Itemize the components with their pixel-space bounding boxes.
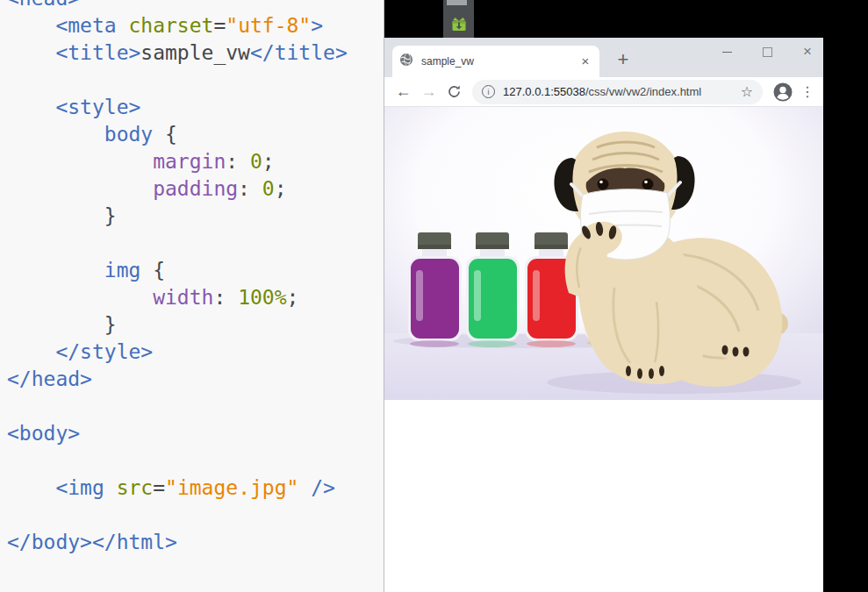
background-window-strip <box>443 0 474 38</box>
code-line: body { <box>7 121 348 148</box>
url-host: 127.0.0.1:55038 <box>503 85 585 98</box>
maximize-button[interactable] <box>758 43 776 61</box>
code-line: </style> <box>7 339 348 366</box>
gift-icon-graphic <box>450 15 468 32</box>
back-button[interactable]: ← <box>391 82 415 101</box>
bookmark-star-icon[interactable]: ☆ <box>741 83 753 100</box>
code-line: width: 100%; <box>7 284 348 311</box>
page-viewport <box>384 107 823 592</box>
gift-icon[interactable] <box>450 15 468 32</box>
tab-sample-vw[interactable]: sample_vw × <box>392 46 599 77</box>
code-lines: <head> <meta charset="utf-8"> <title>sam… <box>7 0 348 556</box>
code-line <box>7 502 348 529</box>
browser-window: sample_vw × + × ← → i 127.0.0.1:55038/c <box>384 38 823 592</box>
code-line: </body></html> <box>7 529 348 556</box>
window-close-button[interactable]: × <box>799 43 816 61</box>
code-line: </head> <box>7 366 348 393</box>
code-line: img { <box>7 257 348 284</box>
code-line <box>7 230 348 257</box>
code-line: } <box>7 203 348 230</box>
code-line: margin: 0; <box>7 148 348 175</box>
screen: <head> <meta charset="utf-8"> <title>sam… <box>0 0 868 592</box>
code-line: <head> <box>7 0 348 12</box>
code-line: padding: 0; <box>7 175 348 203</box>
tab-close-button[interactable]: × <box>578 54 592 68</box>
url-path: /css/vw/vw2/index.html <box>585 85 701 98</box>
address-bar[interactable]: i 127.0.0.1:55038/css/vw/vw2/index.html … <box>472 80 763 104</box>
code-line <box>7 393 348 420</box>
tab-strip: sample_vw × + × <box>384 38 823 77</box>
menu-kebab-icon[interactable]: ⋮ <box>799 83 816 100</box>
site-info-icon[interactable]: i <box>482 85 495 98</box>
code-line: <meta charset="utf-8"> <box>7 12 348 39</box>
minimize-button[interactable] <box>718 43 735 61</box>
forward-button[interactable]: → <box>417 82 441 101</box>
pug-photo <box>384 107 823 400</box>
profile-avatar-icon[interactable] <box>772 82 793 103</box>
code-line: <body> <box>7 420 348 447</box>
strip-handle <box>447 0 467 5</box>
globe-favicon-icon <box>399 53 413 70</box>
code-line: <img src="image.jpg" /> <box>7 474 348 502</box>
code-line <box>7 447 348 474</box>
code-editor[interactable]: <head> <meta charset="utf-8"> <title>sam… <box>0 0 384 592</box>
window-controls: × <box>718 41 816 62</box>
new-tab-button[interactable]: + <box>611 48 635 73</box>
code-line <box>7 67 348 94</box>
url-text: 127.0.0.1:55038/css/vw/vw2/index.html <box>503 85 701 98</box>
reload-button[interactable] <box>442 84 466 99</box>
tab-title: sample_vw <box>421 55 570 68</box>
code-line: } <box>7 311 348 339</box>
browser-toolbar: ← → i 127.0.0.1:55038/css/vw/vw2/index.h… <box>384 77 823 107</box>
code-line: <style> <box>7 94 348 121</box>
code-line: <title>sample_vw</title> <box>7 39 348 67</box>
